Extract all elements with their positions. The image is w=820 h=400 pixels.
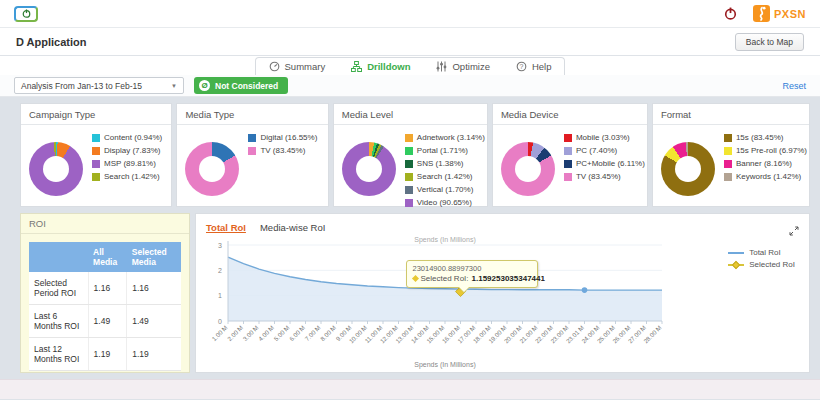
tab-help[interactable]: ? Help <box>503 58 565 75</box>
tab-optimize[interactable]: Optimize <box>423 58 502 75</box>
media-wise-roi-link[interactable]: Media-wise RoI <box>260 222 325 233</box>
roi-all-media-value: 1.16 <box>88 272 127 305</box>
roi-panel: ROI All MediaSelected Media Selected Per… <box>20 213 190 373</box>
roi-selected-media-value: 1.19 <box>127 338 181 371</box>
svg-text:4.00 M: 4.00 M <box>257 324 275 342</box>
legend-label: Display (7.83%) <box>104 146 160 155</box>
svg-text:3.00 M: 3.00 M <box>241 324 259 342</box>
legend-item: Search (1.42%) <box>405 172 485 181</box>
legend-item: Display (7.83%) <box>92 146 162 155</box>
legend-item: 15s (83.45%) <box>724 133 807 142</box>
donut-panels-row: Campaign Type Content (0.94%) Display (7… <box>20 103 810 207</box>
total-roi-link[interactable]: Total RoI <box>206 222 246 233</box>
tab-drilldown[interactable]: Drilldown <box>338 58 423 75</box>
svg-text:2.00 M: 2.00 M <box>226 324 244 342</box>
legend-swatch <box>405 199 413 207</box>
tab-label: Help <box>532 61 552 72</box>
roi-chart-svg: 01231.00 M2.00 M3.00 M4.00 M5.00 M6.00 M… <box>202 235 802 369</box>
legend-label: Vertical (1.70%) <box>417 185 473 194</box>
panel-media-device: Media Device Mobile (3.03%) PC (7.40%) P… <box>492 103 648 207</box>
page-title: D Application <box>16 36 86 48</box>
legend-label: PC (7.40%) <box>576 146 617 155</box>
not-considered-icon: Ø <box>199 80 210 91</box>
svg-text:0: 0 <box>218 318 222 325</box>
hover-point[interactable] <box>582 287 588 293</box>
legend-label: 15s (83.45%) <box>736 133 784 142</box>
legend-item: Adnetwork (3.14%) <box>405 133 485 142</box>
legend-swatch <box>564 160 572 168</box>
roi-selected-media-value: 1.16 <box>127 272 181 305</box>
tab-label: Summary <box>285 61 326 72</box>
legend-item: SNS (1.38%) <box>405 159 485 168</box>
panel-campaign-type: Campaign Type Content (0.94%) Display (7… <box>20 103 172 207</box>
legend-swatch <box>405 160 413 168</box>
not-considered-button[interactable]: Ø Not Considered <box>194 77 288 94</box>
svg-text:5.00 M: 5.00 M <box>272 324 290 342</box>
legend-item: MSP (89.81%) <box>92 159 162 168</box>
svg-text:6.00 M: 6.00 M <box>288 324 306 342</box>
legend-swatch <box>405 134 413 142</box>
legend-item: PC (7.40%) <box>564 146 645 155</box>
table-row: Last 12 Months ROI 1.19 1.19 <box>29 338 181 371</box>
donut-chart[interactable] <box>342 142 396 196</box>
legend-swatch <box>248 147 256 155</box>
legend-label: Video (90.65%) <box>417 198 472 207</box>
legend-item: Search (1.42%) <box>92 172 162 181</box>
legend-swatch <box>724 173 732 181</box>
filter-toolbar: Analysis From Jan-13 to Feb-15 ▼ Ø Not C… <box>0 75 820 97</box>
legend-label: Adnetwork (3.14%) <box>417 133 485 142</box>
panel-title: Media Device <box>493 104 647 125</box>
panel-format: Format 15s (83.45%) 15s Pre-roll (6.97%)… <box>652 103 810 207</box>
donut-chart[interactable] <box>185 142 239 196</box>
roi-column-header: All Media <box>88 242 127 272</box>
legend-label: Banner (8.16%) <box>736 159 792 168</box>
not-considered-label: Not Considered <box>215 81 278 91</box>
table-row: Selected Period ROI 1.16 1.16 <box>29 272 181 305</box>
sliders-icon <box>436 61 447 72</box>
svg-text:Spends (In Millions): Spends (In Millions) <box>414 361 475 369</box>
gauge-icon <box>269 61 280 72</box>
legend-label: PC+Mobile (6.11%) <box>576 159 645 168</box>
legend-swatch <box>92 147 100 155</box>
legend-swatch <box>564 134 572 142</box>
pxsn-logo-icon <box>753 5 770 22</box>
roi-column-header <box>29 242 88 272</box>
donut-chart[interactable] <box>501 142 555 196</box>
legend-swatch <box>248 134 256 142</box>
legend-swatch <box>724 160 732 168</box>
legend-swatch <box>405 186 413 194</box>
panel-media-type: Media Type Digital (16.55%) TV (83.45%) <box>176 103 328 207</box>
reset-link[interactable]: Reset <box>782 81 806 91</box>
power-button-icon[interactable] <box>724 7 737 20</box>
tooltip-value: 1.159253035347441 <box>472 274 545 283</box>
back-to-map-button[interactable]: Back to Map <box>735 33 804 51</box>
donut-legend: Digital (16.55%) TV (83.45%) <box>248 133 317 196</box>
donut-legend: Mobile (3.03%) PC (7.40%) PC+Mobile (6.1… <box>564 133 645 196</box>
svg-text:Spends (In Millions): Spends (In Millions) <box>414 236 475 244</box>
legend-item: Content (0.94%) <box>92 133 162 142</box>
analysis-period-dropdown[interactable]: Analysis From Jan-13 to Feb-15 ▼ <box>14 77 184 94</box>
donut-chart[interactable] <box>661 142 715 196</box>
pxsn-logo: PXSN <box>753 5 806 22</box>
roi-row-label: Selected Period ROI <box>29 272 88 305</box>
donut-chart[interactable] <box>29 142 83 196</box>
chevron-down-icon: ▼ <box>171 83 177 89</box>
svg-text:3: 3 <box>218 242 222 249</box>
panel-title: Media Type <box>177 104 327 125</box>
legend-label: TV (83.45%) <box>576 172 621 181</box>
sitemap-icon <box>351 61 362 72</box>
legend-label: Digital (16.55%) <box>260 133 317 142</box>
analysis-period-value: Analysis From Jan-13 to Feb-15 <box>21 81 142 91</box>
panel-title: Media Level <box>334 104 487 125</box>
legend-item: TV (83.45%) <box>564 172 645 181</box>
roi-column-header: Selected Media <box>127 242 181 272</box>
tab-summary[interactable]: Summary <box>256 58 339 75</box>
legend-item: Mobile (3.03%) <box>564 133 645 142</box>
donut-legend: Content (0.94%) Display (7.83%) MSP (89.… <box>92 133 162 196</box>
app-launcher-icon[interactable] <box>14 6 38 22</box>
tab-label: Optimize <box>452 61 489 72</box>
power-glyph-icon <box>22 9 31 18</box>
svg-text:8.00 M: 8.00 M <box>319 324 337 342</box>
legend-swatch <box>92 173 100 181</box>
roi-line-chart[interactable]: 23014900.88997300 Selected RoI: 1.159253… <box>202 235 809 373</box>
